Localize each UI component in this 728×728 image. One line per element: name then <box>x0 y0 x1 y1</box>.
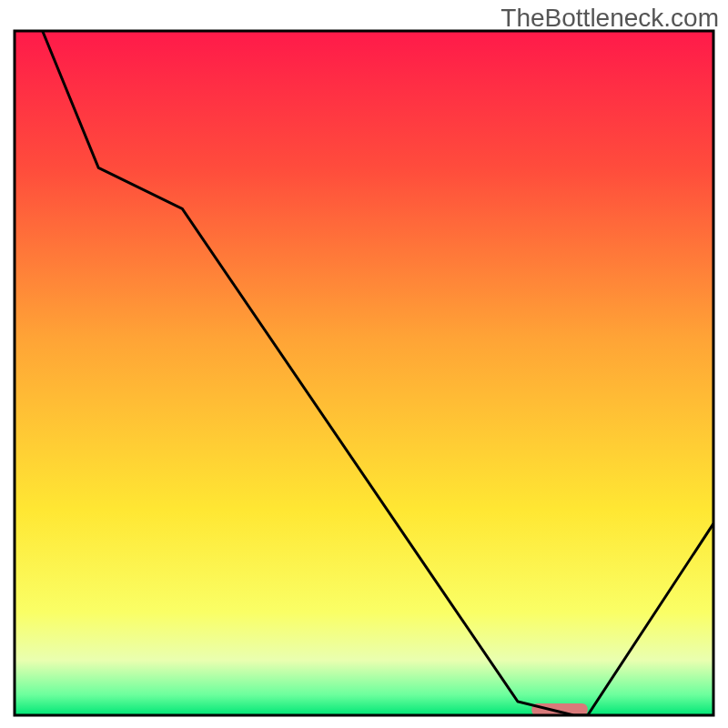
watermark-text: TheBottleneck.com <box>500 4 719 33</box>
gradient-background <box>15 31 713 715</box>
chart-svg <box>0 0 728 728</box>
chart-container: TheBottleneck.com <box>0 0 728 728</box>
